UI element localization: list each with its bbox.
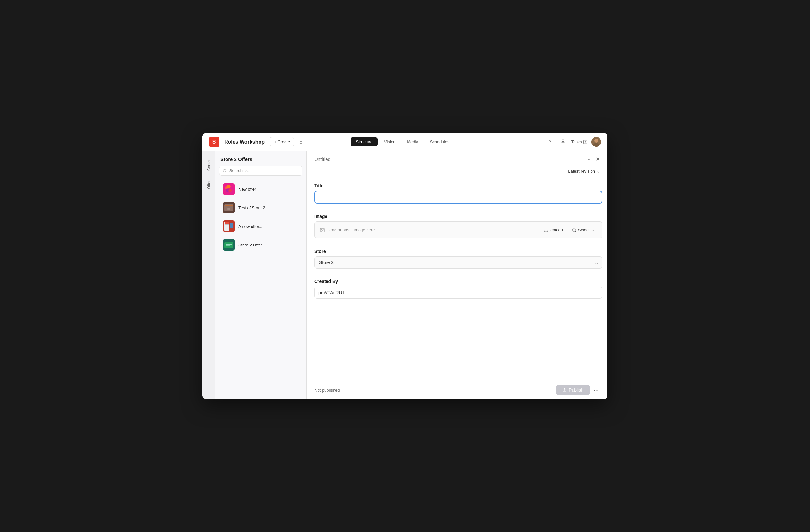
title-label: Title ··· [314,183,602,188]
main-area: Content Offers Store 2 Offers + ··· [202,151,608,399]
bottom-actions: Publish ··· [556,385,600,395]
chevron-down-icon: ⌄ [596,169,600,174]
svg-point-29 [572,228,576,231]
offers-panel: Store 2 Offers + ··· [215,151,307,399]
search-bar-icon [223,168,227,173]
store-select[interactable]: Store 2 [314,256,602,269]
offer-name: New offer [238,187,256,192]
drag-drop-text: Drag or paste image here [320,228,375,233]
top-bar: S Roles Workshop + Create ⌕ Structure Vi… [202,133,608,151]
created-by-input[interactable] [314,287,602,299]
svg-point-15 [227,208,230,210]
svg-point-3 [594,139,598,143]
title-field-group: Title ··· [314,183,602,204]
revision-label: Latest revision [568,169,595,174]
image-label: Image [314,214,602,219]
add-offer-icon[interactable]: + [291,156,294,162]
search-icon[interactable]: ⌕ [299,139,303,145]
close-icon[interactable]: ✕ [596,156,600,162]
content-header-actions: ··· ✕ [588,156,600,162]
select-label: Select [578,228,589,232]
offer-thumbnail [223,239,234,251]
svg-rect-24 [226,244,232,244]
select-button[interactable]: Select ⌄ [569,226,597,233]
offer-thumbnail [223,183,234,195]
svg-rect-20 [225,226,227,226]
bottom-bar: Not published Publish ··· [307,381,608,399]
list-item[interactable]: New offer [218,180,304,198]
search-bar [219,166,303,176]
created-by-label: Created By [314,279,602,284]
header-actions: + ··· [291,156,301,162]
nav-tabs: Structure Vision Media Schedules [351,138,454,146]
content-header: Untitled ··· ✕ [307,151,608,166]
list-item[interactable]: A new offer... [218,217,304,235]
offer-name: A new offer... [238,224,262,229]
person-icon[interactable] [558,138,567,146]
user-avatar[interactable] [592,137,601,147]
store-label: Store [314,249,602,254]
store-select-wrapper: Store 2 ⌄ [314,256,602,269]
publish-button[interactable]: Publish [556,385,590,395]
select-search-icon [572,228,577,232]
title-input[interactable] [314,191,602,204]
list-item[interactable]: Test of Store 2 [218,199,304,216]
offer-name: Store 2 Offer [238,243,262,247]
svg-point-5 [223,169,226,172]
svg-rect-18 [225,222,229,224]
publish-status: Not published [314,388,340,392]
app-logo: S [209,137,219,147]
tab-schedules[interactable]: Schedules [425,138,455,146]
revision-selector[interactable]: Latest revision ⌄ [568,169,600,174]
created-by-field-group: Created By [314,279,602,299]
publish-icon [562,388,567,392]
image-field-group: Image Drag or paste image here [314,214,602,239]
offer-name: Test of Store 2 [238,206,265,210]
svg-rect-23 [224,242,233,248]
svg-rect-21 [230,223,233,228]
publish-label: Publish [569,387,583,392]
image-placeholder-icon [320,228,325,233]
offer-list: New offer Test of Store 2 [215,179,306,399]
svg-rect-14 [225,205,232,206]
offers-header: Store 2 Offers + ··· [215,151,306,164]
svg-point-0 [562,140,564,142]
tab-media[interactable]: Media [402,138,423,146]
svg-point-11 [228,189,232,192]
image-actions: Upload Select ⌄ [541,226,597,233]
drag-placeholder-text: Drag or paste image here [327,228,375,232]
svg-point-27 [321,229,322,229]
image-drop-zone[interactable]: Drag or paste image here Upload [314,222,602,239]
search-input[interactable] [229,168,299,173]
document-title: Untitled [314,156,331,162]
offers-more-icon[interactable]: ··· [297,156,301,162]
svg-rect-19 [225,224,229,225]
sidebar-item-offers[interactable]: Offers [205,176,212,191]
sidebar-item-content[interactable]: Content [205,155,212,173]
tab-vision[interactable]: Vision [379,138,401,146]
upload-label: Upload [550,228,563,232]
select-chevron-icon: ⌄ [591,228,594,232]
store-field-group: Store Store 2 ⌄ [314,249,602,269]
tab-structure[interactable]: Structure [351,138,378,146]
title-field-more-icon[interactable]: ··· [599,183,602,188]
bottom-more-icon[interactable]: ··· [593,386,600,395]
help-icon[interactable]: ? [546,138,555,146]
create-button[interactable]: + Create [270,137,294,146]
content-more-icon[interactable]: ··· [588,156,592,162]
tasks-button[interactable]: Tasks [571,140,588,144]
top-right-actions: ? Tasks [546,137,601,147]
svg-rect-25 [226,245,230,246]
app-title: Roles Workshop [224,139,265,145]
offer-thumbnail [223,202,234,213]
sidebar-tabs: Content Offers [202,151,215,399]
content-panel: Untitled ··· ✕ Latest revision ⌄ Title ·… [307,151,608,399]
list-item[interactable]: Store 2 Offer [218,236,304,254]
upload-icon [544,228,548,232]
content-scroll[interactable]: Title ··· Image [307,175,608,381]
offer-thumbnail [223,221,234,232]
offers-title: Store 2 Offers [221,156,252,162]
upload-button[interactable]: Upload [541,226,566,233]
